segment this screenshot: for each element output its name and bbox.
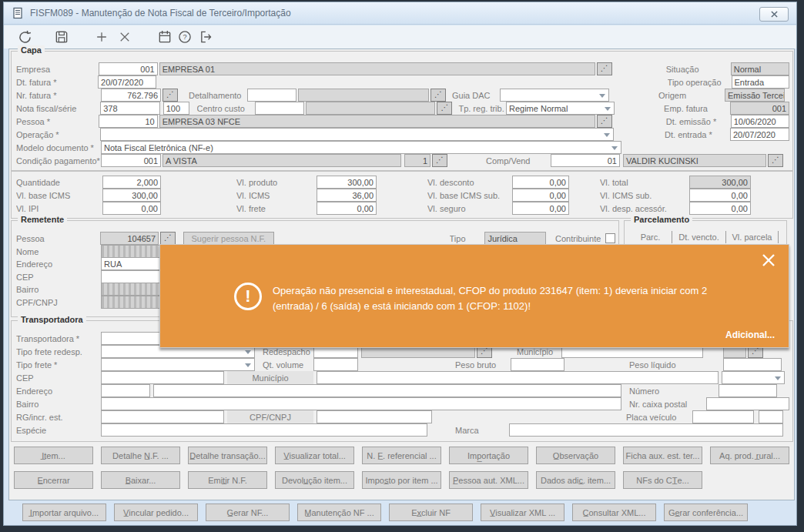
transp-endereco-num-field[interactable] bbox=[101, 384, 150, 397]
calendar-button[interactable] bbox=[155, 27, 175, 47]
visualizar-xml-button[interactable]: V̲isualizar XML ... bbox=[481, 504, 564, 521]
centro-custo-field[interactable] bbox=[255, 102, 304, 115]
nr-caixa-postal-field[interactable] bbox=[706, 397, 789, 410]
parcelamento-col-vl-parcela[interactable]: Vl. parcela bbox=[726, 231, 779, 243]
baixar-button[interactable]: B̲aixar... bbox=[101, 471, 180, 489]
pessoa-code-field[interactable]: 10 bbox=[99, 115, 157, 128]
comp-vend-code-field[interactable]: 01 bbox=[551, 154, 620, 167]
serie-field[interactable]: 100 bbox=[163, 102, 189, 115]
help-button[interactable]: ? bbox=[175, 27, 195, 47]
manutencao-nf-button[interactable]: M̲anutenção NF ... bbox=[297, 504, 381, 521]
warning-adicional-link[interactable]: Adicional... bbox=[725, 330, 775, 340]
transp-cpf-cnpj-field[interactable] bbox=[317, 410, 432, 423]
vl-produto-field[interactable]: 300,00 bbox=[317, 176, 377, 189]
dados-adic-item-button[interactable]: Dados adic̲. item... bbox=[536, 471, 615, 489]
warning-close-button[interactable] bbox=[761, 253, 776, 268]
vl-base-icms-field[interactable]: 300,00 bbox=[102, 189, 161, 202]
transp-bairro-field[interactable] bbox=[101, 397, 621, 410]
tipo-frete-select[interactable] bbox=[101, 358, 255, 371]
detalhe-nf-button[interactable]: Detalhe N̲.F. ... bbox=[101, 447, 180, 464]
detalhe-transacao-button[interactable]: D̲etalhe transação... bbox=[188, 447, 267, 464]
operacao-select[interactable] bbox=[100, 128, 614, 141]
parcelamento-col-dt-vencto[interactable]: Dt. vencto. bbox=[672, 231, 726, 243]
numero-field[interactable] bbox=[719, 384, 777, 397]
contribuinte-checkbox[interactable] bbox=[605, 233, 615, 243]
rg-incr-est-field[interactable] bbox=[101, 410, 224, 423]
gerar-conferencia-button[interactable]: Ge̲rar conferência... bbox=[664, 504, 748, 521]
sugerir-pessoa-button[interactable]: Sugerir pessoa N.F. bbox=[183, 232, 273, 246]
detalhamento-lookup-button[interactable] bbox=[430, 89, 446, 102]
add-button[interactable] bbox=[92, 27, 112, 47]
marca-field[interactable] bbox=[509, 423, 783, 437]
delete-button[interactable] bbox=[115, 27, 135, 47]
dt-emissao-field[interactable]: 10/06/2020 bbox=[731, 115, 789, 128]
vl-desconto-field[interactable]: 0,00 bbox=[512, 176, 569, 189]
especie-field[interactable] bbox=[101, 423, 427, 437]
excluir-nf-button[interactable]: Ex̲cluir NF bbox=[389, 504, 473, 521]
comp-vend-lookup-button[interactable] bbox=[768, 154, 783, 167]
window-close-button[interactable] bbox=[759, 7, 789, 22]
vl-icms-sub-field[interactable]: 0,00 bbox=[689, 189, 751, 202]
peso-liquido-field[interactable] bbox=[723, 358, 782, 371]
guia-dac-select[interactable] bbox=[500, 89, 609, 102]
pessoa-label: Pessoa * bbox=[16, 117, 99, 126]
pessoa-aut-xml-button[interactable]: P̲essoa aut. XML... bbox=[449, 471, 528, 489]
municipio2-select[interactable] bbox=[722, 371, 785, 384]
importacao-button[interactable]: Imp̲ortação bbox=[449, 447, 528, 464]
vl-base-icms-sub-field[interactable]: 0,00 bbox=[512, 189, 569, 202]
vl-icms-field[interactable]: 36,00 bbox=[317, 189, 377, 202]
pessoa-lookup-button[interactable] bbox=[597, 115, 612, 128]
qt-volume-field[interactable] bbox=[313, 358, 358, 371]
transportadora-field[interactable] bbox=[101, 332, 161, 345]
dt-fatura-field[interactable]: 20/07/2020 bbox=[98, 75, 156, 89]
parcelamento-col-parc[interactable]: Parc. bbox=[629, 231, 672, 243]
nr-fatura-field[interactable]: 762.796 bbox=[101, 89, 161, 102]
empresa-lookup-button[interactable] bbox=[597, 62, 612, 75]
vl-icms-sub-label: Vl. ICMS sub. bbox=[600, 191, 689, 200]
consultar-xml-button[interactable]: C̲onsultar XML... bbox=[572, 504, 656, 521]
aq-prod-rural-button[interactable]: Aq. prod. r̲ural... bbox=[710, 447, 789, 464]
transp-cep-field[interactable] bbox=[101, 371, 224, 384]
emitir-nf-button[interactable]: Emit̲ir N.F. bbox=[188, 471, 267, 489]
vl-frete-field[interactable]: 0,00 bbox=[317, 202, 377, 215]
placa-veiculo-field[interactable] bbox=[692, 410, 754, 423]
exit-button[interactable] bbox=[195, 27, 215, 47]
nf-referencial-button[interactable]: N. F̲. referencial ... bbox=[362, 447, 441, 464]
centro-custo-lookup-button[interactable] bbox=[437, 102, 452, 115]
transp-endereco-field[interactable] bbox=[153, 384, 621, 397]
devolucao-item-button[interactable]: Devolu̲ção item... bbox=[275, 471, 354, 489]
gerar-nf-button[interactable]: G̲erar NF... bbox=[206, 504, 290, 521]
encerrar-button[interactable]: E̲ncerrar bbox=[14, 471, 93, 489]
municipio2-field[interactable] bbox=[317, 371, 719, 384]
vl-ipi-field[interactable]: 0,00 bbox=[102, 202, 161, 215]
remetente-endereco-field[interactable]: RUA bbox=[101, 257, 162, 270]
quantidade-field[interactable]: 2,000 bbox=[102, 176, 161, 189]
visualizar-total-button[interactable]: V̲isualizar total... bbox=[275, 447, 354, 464]
condicao-pagamento-code-field[interactable]: 001 bbox=[101, 154, 161, 167]
vl-desp-acessor-field[interactable]: 0,00 bbox=[689, 202, 751, 215]
imposto-por-item-button[interactable]: Impos̲to por item ... bbox=[362, 471, 441, 489]
item-button[interactable]: I̲tem... bbox=[14, 447, 93, 464]
tp-reg-trib-select[interactable]: Regime Normal bbox=[506, 102, 615, 115]
detalhamento-field[interactable] bbox=[247, 89, 296, 102]
observacao-button[interactable]: O̲bservação bbox=[536, 447, 615, 464]
remetente-pessoa-lookup-button[interactable] bbox=[160, 232, 176, 245]
placa-uf-field[interactable] bbox=[759, 410, 783, 423]
dt-entrada-field[interactable]: 20/07/2020 bbox=[730, 128, 789, 141]
window-title: FISFM089 - Manutenção de Nota Fiscal de … bbox=[30, 8, 291, 18]
vl-seguro-field[interactable]: 0,00 bbox=[512, 202, 569, 215]
save-button[interactable] bbox=[52, 27, 72, 47]
refresh-button[interactable] bbox=[15, 27, 35, 47]
ficha-aux-button[interactable]: Ficha aux. est. ter... bbox=[623, 447, 702, 464]
empresa-code-field[interactable]: 001 bbox=[99, 62, 157, 75]
modelo-documento-select[interactable]: Nota Fiscal Eletrônica (NF-e) bbox=[101, 141, 621, 154]
peso-bruto-field[interactable] bbox=[511, 358, 564, 371]
nfs-do-cte-button[interactable]: NFs do CT̲e... bbox=[623, 471, 702, 489]
nota-fiscal-field[interactable]: 378 bbox=[100, 102, 160, 115]
municipio1-label: Município bbox=[517, 347, 561, 356]
importar-arquivo-button[interactable]: I̲mportar arquivo... bbox=[22, 504, 106, 521]
condicao-pagamento-lookup-button[interactable] bbox=[432, 154, 447, 167]
remetente-cep-field[interactable] bbox=[101, 270, 162, 283]
nr-fatura-lookup-button[interactable] bbox=[162, 89, 178, 102]
vincular-pedido-button[interactable]: V̲incular pedido... bbox=[114, 504, 198, 521]
